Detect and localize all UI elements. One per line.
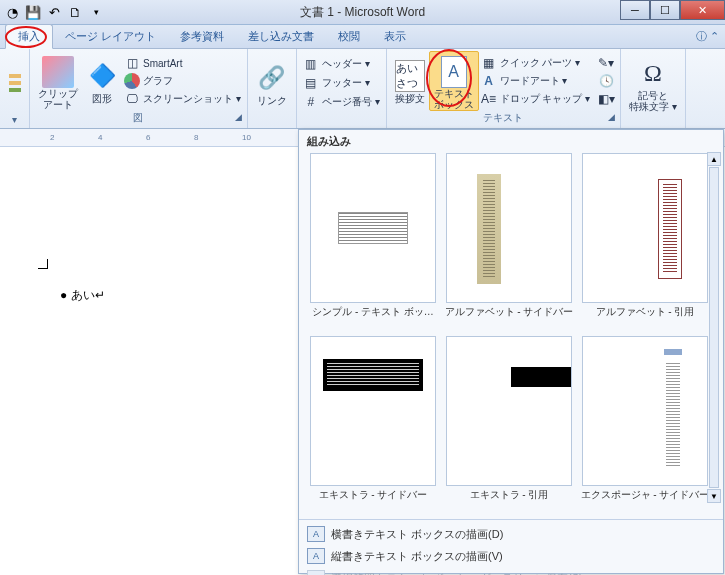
draw-vertical-textbox[interactable]: A縦書きテキスト ボックスの描画(V) xyxy=(307,545,715,567)
greeting-icon: あいさつ xyxy=(395,60,425,92)
signature-button[interactable]: ✎▾ xyxy=(596,54,616,72)
horiz-textbox-icon: A xyxy=(307,526,325,542)
header-button[interactable]: ▥ヘッダー ▾ xyxy=(301,55,382,73)
new-doc-icon[interactable]: 🗋 xyxy=(66,3,84,21)
gallery-item-extra-quote[interactable]: エキストラ - 引用 xyxy=(441,336,577,515)
group-header-footer: ▥ヘッダー ▾ ▤フッター ▾ #ページ番号 ▾ xyxy=(297,49,387,128)
tab-page-layout[interactable]: ページ レイアウト xyxy=(53,25,168,48)
cursor-indicator xyxy=(38,259,48,269)
help-icon[interactable]: ⓘ ⌃ xyxy=(696,29,719,44)
document-text: ● あい↵ xyxy=(60,288,105,302)
group-text: あいさつ 挨拶文 A テキスト ボックス ▦クイック パーツ ▾ Aワードアート… xyxy=(387,49,622,128)
textbox-button[interactable]: A テキスト ボックス xyxy=(429,51,479,111)
group-symbols: Ω 記号と 特殊文字 ▾ xyxy=(621,49,686,128)
ribbon: ▾ クリップ アート 🔷 図形 ◫SmartArt グラフ 🖵スクリーンショット… xyxy=(0,49,725,129)
save-selection-textbox: ▦選択範囲をテキスト ボックス ギャラリーに保存(S) xyxy=(307,567,715,575)
link-icon: 🔗 xyxy=(256,62,288,94)
symbol-button[interactable]: Ω 記号と 特殊文字 ▾ xyxy=(625,51,681,114)
gallery-item-alphabet-sidebar[interactable]: アルファベット - サイドバー xyxy=(441,153,577,332)
smartart-button[interactable]: ◫SmartArt xyxy=(122,54,243,72)
minimize-button[interactable]: ─ xyxy=(620,0,650,20)
clipart-icon xyxy=(42,56,74,88)
chart-button[interactable]: グラフ xyxy=(122,72,243,90)
gallery-heading: 組み込み xyxy=(299,130,723,153)
link-button[interactable]: 🔗 リンク xyxy=(252,51,292,114)
smartart-icon: ◫ xyxy=(124,55,140,71)
datetime-icon: 🕓 xyxy=(598,73,614,89)
close-button[interactable]: ✕ xyxy=(680,0,725,20)
greeting-button[interactable]: あいさつ 挨拶文 xyxy=(391,51,429,111)
window-title: 文書 1 - Microsoft Word xyxy=(300,4,425,21)
maximize-button[interactable]: ☐ xyxy=(650,0,680,20)
gallery-item-simple[interactable]: シンプル - テキスト ボッ… xyxy=(305,153,441,332)
quickparts-icon: ▦ xyxy=(481,55,497,71)
group-clipboard: ▾ xyxy=(0,49,30,128)
chart-icon xyxy=(124,73,140,89)
draw-horizontal-textbox[interactable]: A横書きテキスト ボックスの描画(D) xyxy=(307,523,715,545)
footer-icon: ▤ xyxy=(303,75,319,91)
gallery-scrollbar[interactable]: ▲ ▼ xyxy=(707,152,721,503)
quick-access-toolbar: ◔ 💾 ↶ 🗋 ▾ xyxy=(0,3,105,21)
clipart-button[interactable]: クリップ アート xyxy=(34,51,82,111)
gallery-item-extra-sidebar[interactable]: エキストラ - サイドバー xyxy=(305,336,441,515)
tab-insert[interactable]: 挿入 xyxy=(5,24,53,49)
tab-view[interactable]: 表示 xyxy=(372,25,418,48)
window-buttons: ─ ☐ ✕ xyxy=(620,0,725,20)
header-icon: ▥ xyxy=(303,56,319,72)
omega-icon: Ω xyxy=(637,58,669,90)
footer-button[interactable]: ▤フッター ▾ xyxy=(301,74,382,92)
scroll-up-icon[interactable]: ▲ xyxy=(707,152,721,166)
screenshot-button[interactable]: 🖵スクリーンショット ▾ xyxy=(122,90,243,108)
object-button[interactable]: ◧▾ xyxy=(596,90,616,108)
quickparts-button[interactable]: ▦クイック パーツ ▾ xyxy=(479,54,593,72)
pagenumber-icon: # xyxy=(303,94,319,110)
vert-textbox-icon: A xyxy=(307,548,325,564)
gallery-grid: シンプル - テキスト ボッ… アルファベット - サイドバー アルファベット … xyxy=(299,153,723,519)
group-links: 🔗 リンク xyxy=(248,49,297,128)
ribbon-tabs: 挿入 ページ レイアウト 参考資料 差し込み文書 校閲 表示 ⓘ ⌃ xyxy=(0,25,725,49)
word-icon[interactable]: ◔ xyxy=(3,3,21,21)
scroll-down-icon[interactable]: ▼ xyxy=(707,489,721,503)
title-bar: ◔ 💾 ↶ 🗋 ▾ 文書 1 - Microsoft Word ─ ☐ ✕ xyxy=(0,0,725,25)
tab-review[interactable]: 校閲 xyxy=(326,25,372,48)
datetime-button[interactable]: 🕓 xyxy=(596,72,616,90)
tab-mailings[interactable]: 差し込み文書 xyxy=(236,25,326,48)
textbox-gallery-panel: 組み込み シンプル - テキスト ボッ… アルファベット - サイドバー アルフ… xyxy=(298,129,724,574)
tab-references[interactable]: 参考資料 xyxy=(168,25,236,48)
group-illustrations: クリップ アート 🔷 図形 ◫SmartArt グラフ 🖵スクリーンショット ▾… xyxy=(30,49,248,128)
shapes-button[interactable]: 🔷 図形 xyxy=(82,51,122,111)
undo-icon[interactable]: ↶ xyxy=(45,3,63,21)
object-icon: ◧▾ xyxy=(598,91,614,107)
gallery-item-exposure-sidebar[interactable]: エクスポージャ - サイドバー xyxy=(577,336,713,515)
gallery-footer: A横書きテキスト ボックスの描画(D) A縦書きテキスト ボックスの描画(V) … xyxy=(299,519,723,575)
screenshot-icon: 🖵 xyxy=(124,91,140,107)
textbox-icon: A xyxy=(441,56,467,88)
dropcap-icon: A≡ xyxy=(481,91,497,107)
signature-icon: ✎▾ xyxy=(598,55,614,71)
shapes-icon: 🔷 xyxy=(86,60,118,92)
gallery-item-alphabet-quote[interactable]: アルファベット - 引用 xyxy=(577,153,713,332)
wordart-button[interactable]: Aワードアート ▾ xyxy=(479,72,593,90)
pagenumber-button[interactable]: #ページ番号 ▾ xyxy=(301,93,382,111)
wordart-icon: A xyxy=(481,73,497,89)
qat-more-icon[interactable]: ▾ xyxy=(87,3,105,21)
dropcap-button[interactable]: A≡ドロップ キャップ ▾ xyxy=(479,90,593,108)
save-icon[interactable]: 💾 xyxy=(24,3,42,21)
save-textbox-icon: ▦ xyxy=(307,570,325,575)
